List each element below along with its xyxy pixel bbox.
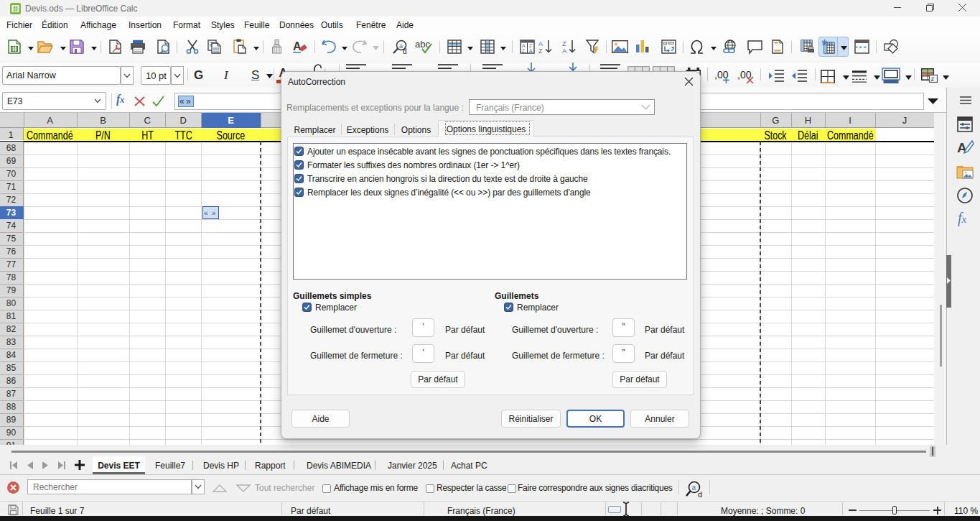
svg-text:≠: ≠ [931,75,935,83]
svg-text:Z: Z [529,43,532,48]
svg-text:Z: Z [538,47,543,55]
svg-text:A: A [529,48,533,53]
svg-text:A: A [522,43,526,48]
svg-text:d: d [698,490,702,499]
svg-text:A: A [538,40,543,47]
svg-text:A: A [562,47,566,55]
svg-text:d: d [403,47,407,55]
svg-text:Z: Z [522,48,525,53]
svg-text:Z: Z [562,40,566,47]
svg-text:A: A [293,40,302,52]
svg-text:a: a [692,484,696,492]
